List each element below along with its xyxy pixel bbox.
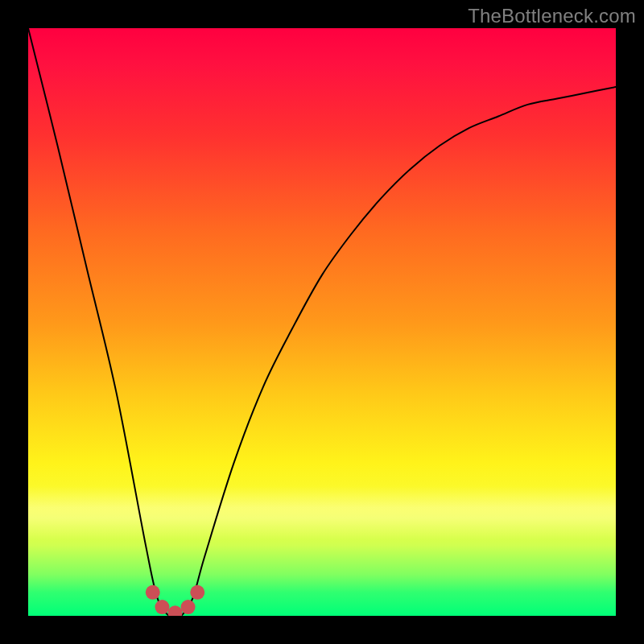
- watermark-text: TheBottleneck.com: [468, 5, 636, 27]
- marker-group: [146, 585, 204, 616]
- curve-marker: [181, 600, 196, 614]
- curve-marker: [155, 600, 169, 614]
- curve-marker: [168, 605, 183, 616]
- bottleneck-curve: [28, 28, 616, 616]
- chart-frame: TheBottleneck.com: [0, 0, 644, 644]
- curve-layer: [28, 28, 616, 616]
- curve-marker: [190, 585, 204, 600]
- plot-area: [28, 28, 616, 616]
- curve-marker: [146, 585, 160, 600]
